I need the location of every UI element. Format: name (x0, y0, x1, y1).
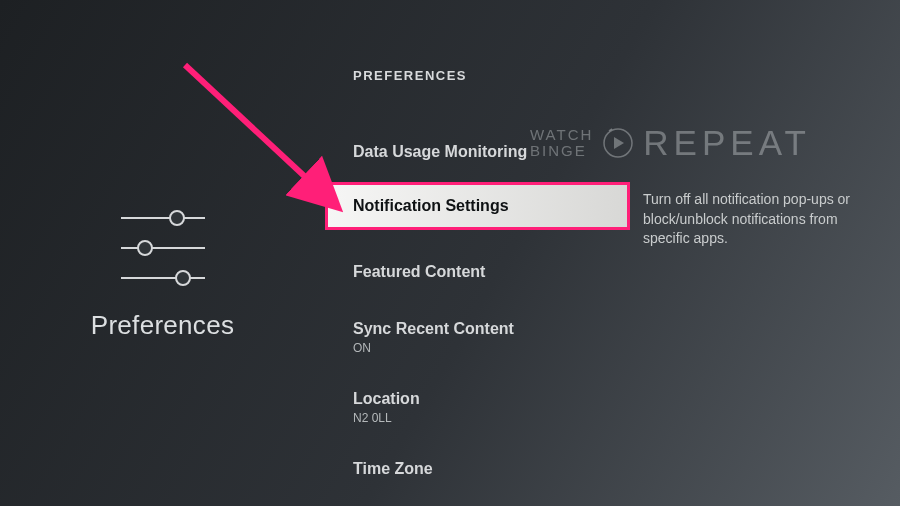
svg-point-3 (138, 241, 152, 255)
menu-item-sublabel: ON (353, 341, 602, 355)
menu-item-sync-recent-content[interactable]: Sync Recent Content ON (325, 305, 630, 370)
left-panel-title: Preferences (91, 310, 234, 341)
menu-item-location[interactable]: Location N2 0LL (325, 375, 630, 440)
menu-item-label: Notification Settings (353, 197, 509, 214)
menu-item-notification-settings[interactable]: Notification Settings (325, 182, 630, 230)
menu-item-data-usage-monitoring[interactable]: Data Usage Monitoring (325, 128, 630, 176)
menu-item-featured-content[interactable]: Featured Content (325, 248, 630, 296)
preferences-menu: PREFERENCES Data Usage Monitoring Notifi… (325, 0, 630, 506)
menu-item-language[interactable]: Language (325, 495, 630, 506)
section-header: PREFERENCES (353, 68, 467, 83)
menu-item-label: Data Usage Monitoring (353, 143, 527, 160)
sliders-icon (113, 206, 213, 290)
left-panel: Preferences (0, 0, 325, 506)
svg-point-5 (176, 271, 190, 285)
menu-item-sublabel: N2 0LL (353, 411, 602, 425)
menu-item-time-zone[interactable]: Time Zone (325, 445, 630, 493)
menu-item-label: Time Zone (353, 460, 433, 477)
watermark-word: REPEAT (643, 123, 810, 163)
svg-point-1 (170, 211, 184, 225)
menu-item-label: Location (353, 390, 420, 407)
menu-item-label: Featured Content (353, 263, 485, 280)
menu-item-label: Sync Recent Content (353, 320, 514, 337)
description-text: Turn off all notification pop-ups or blo… (643, 190, 875, 249)
